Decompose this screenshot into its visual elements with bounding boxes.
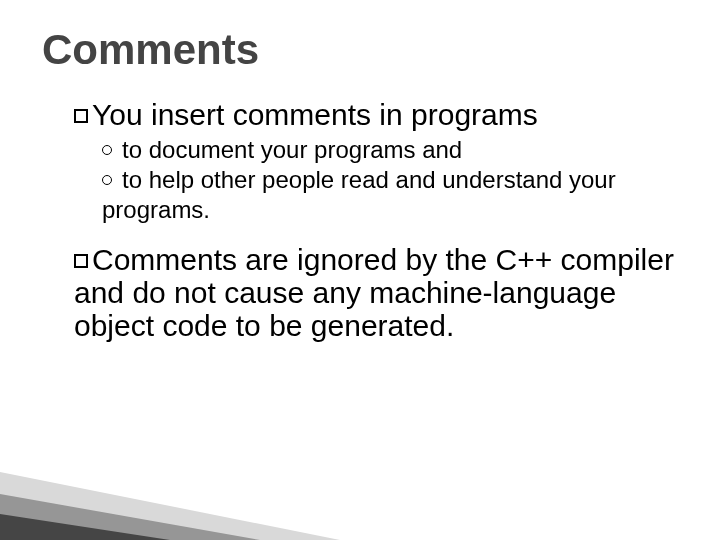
slide-body: You insert comments in programs to docum… (42, 98, 678, 342)
bullet-sub-1-1: to document your programs and (102, 135, 678, 165)
bullet-main-2-text: Comments are ignored by the C++ compiler… (74, 243, 674, 342)
bullet-main-2: Comments are ignored by the C++ compiler… (74, 243, 678, 342)
sub-list-1: to document your programs and to help ot… (102, 135, 678, 225)
ring-bullet-icon (102, 175, 112, 185)
square-bullet-icon (74, 254, 88, 268)
svg-marker-0 (0, 472, 340, 540)
svg-marker-2 (0, 514, 170, 540)
bullet-sub-1-1-text: to document your programs and (122, 136, 462, 163)
bullet-sub-1-2-text: to help other people read and understand… (102, 166, 616, 223)
square-bullet-icon (74, 109, 88, 123)
bullet-main-1: You insert comments in programs (74, 98, 678, 131)
slide: Comments You insert comments in programs… (0, 0, 720, 540)
svg-marker-1 (0, 494, 260, 540)
bullet-main-1-text: You insert comments in programs (92, 98, 538, 131)
decorative-wedge-icon (0, 430, 340, 540)
ring-bullet-icon (102, 145, 112, 155)
bullet-sub-1-2: to help other people read and understand… (102, 165, 678, 225)
slide-title: Comments (42, 26, 678, 74)
